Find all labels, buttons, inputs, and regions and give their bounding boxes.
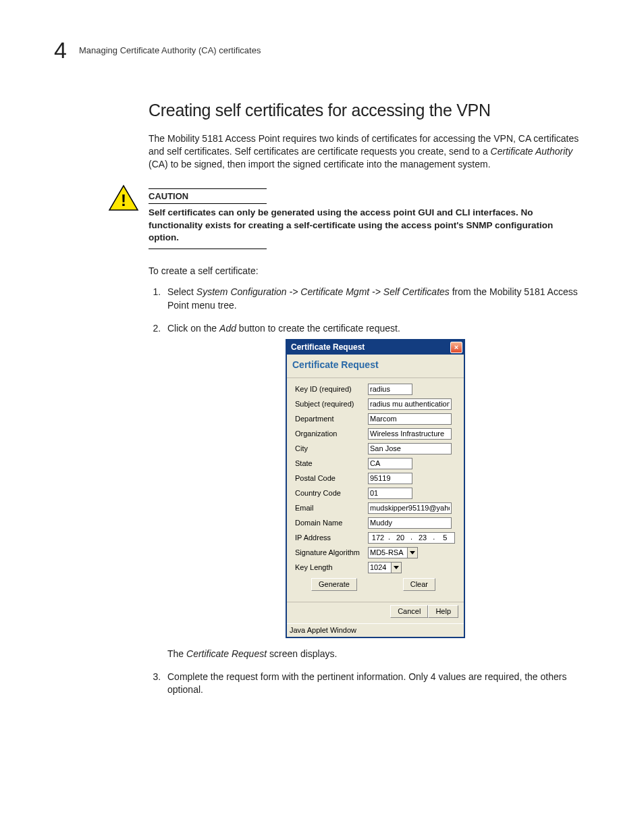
step-1: Select System Configuration -> Certifica…: [163, 286, 583, 312]
dialog-title: Certificate Request: [291, 342, 365, 353]
close-icon: ×: [454, 344, 458, 351]
step3-text: Complete the request form with the perti…: [167, 671, 566, 696]
row-sig: Signature Algorithm: [295, 547, 458, 558]
caption-ital: Certificate Request: [186, 648, 267, 659]
input-sig[interactable]: [368, 547, 407, 558]
row-postal: Postal Code: [295, 473, 458, 484]
row-email: Email: [295, 502, 458, 514]
input-domain[interactable]: [368, 517, 452, 529]
help-button[interactable]: Help: [428, 605, 458, 618]
input-subject[interactable]: [368, 398, 452, 410]
step2-ital: Add: [219, 323, 236, 334]
panel-title: Certificate Request: [287, 355, 464, 378]
page-header: 4 Managing Certificate Authority (CA) ce…: [54, 37, 590, 63]
label-keylen: Key Length: [295, 563, 368, 573]
input-country[interactable]: [368, 488, 412, 499]
warning-icon: !: [108, 184, 139, 214]
step2-caption: The Certificate Request screen displays.: [167, 648, 583, 661]
button-row-2: Cancel Help: [287, 602, 464, 623]
lead-in: To create a self certificate:: [149, 265, 583, 276]
step2-pre: Click on the: [167, 323, 219, 334]
step1-pre: Select: [167, 286, 196, 297]
label-email: Email: [295, 503, 368, 513]
label-state: State: [295, 459, 368, 469]
intro-paragraph: The Mobility 5181 Access Point requires …: [149, 132, 583, 171]
clear-button[interactable]: Clear: [403, 578, 435, 591]
row-key-id: Key ID (required): [295, 384, 458, 395]
input-organization[interactable]: [368, 428, 452, 440]
step1-ital: System Configuration -> Certificate Mgmt…: [196, 286, 450, 297]
label-department: Department: [295, 414, 368, 424]
input-department[interactable]: [368, 413, 452, 425]
statusbar: Java Applet Window: [287, 623, 464, 637]
generate-button[interactable]: Generate: [311, 578, 357, 591]
intro-ital: Certificate Authority: [491, 146, 573, 157]
label-sig: Signature Algorithm: [295, 548, 368, 558]
svg-text:!: !: [121, 191, 126, 209]
label-domain: Domain Name: [295, 518, 368, 528]
chevron-down-icon[interactable]: [407, 547, 418, 558]
section-title: Creating self certificates for accessing…: [149, 101, 583, 120]
page: 4 Managing Certificate Authority (CA) ce…: [0, 0, 644, 834]
steps-list: Select System Configuration -> Certifica…: [149, 286, 583, 697]
chapter-number: 4: [54, 37, 67, 63]
select-keylen[interactable]: [368, 562, 402, 573]
intro-post: (CA) to be signed, then import the signe…: [149, 159, 491, 170]
row-subject: Subject (required): [295, 398, 458, 410]
input-state[interactable]: [368, 458, 412, 469]
row-country: Country Code: [295, 488, 458, 499]
caution-body: CAUTION Self certificates can only be ge…: [149, 188, 583, 250]
row-state: State: [295, 458, 458, 469]
input-city[interactable]: [368, 443, 452, 454]
row-ip: IP Address . . .: [295, 532, 458, 544]
chevron-down-icon[interactable]: [391, 562, 402, 573]
content: Creating self certificates for accessing…: [149, 101, 583, 697]
label-key-id: Key ID (required): [295, 384, 368, 394]
label-postal: Postal Code: [295, 473, 368, 484]
button-row-1: Generate Clear: [295, 577, 458, 595]
cancel-button[interactable]: Cancel: [390, 605, 428, 618]
input-key-id[interactable]: [368, 384, 412, 395]
input-ip-1[interactable]: [369, 533, 387, 543]
label-subject: Subject (required): [295, 399, 368, 409]
running-head: Managing Certificate Authority (CA) cert…: [79, 45, 261, 55]
row-domain: Domain Name: [295, 517, 458, 529]
row-keylen: Key Length: [295, 562, 458, 573]
caution-label: CAUTION: [149, 191, 267, 201]
input-ip-3[interactable]: [413, 533, 432, 543]
label-ip: IP Address: [295, 533, 368, 543]
caution-text: Self certificates can only be generated …: [149, 207, 583, 245]
label-country: Country Code: [295, 488, 368, 498]
caution-block: ! CAUTION Self certificates can only be …: [108, 188, 583, 250]
dialog-titlebar[interactable]: Certificate Request ×: [287, 340, 464, 355]
select-sig[interactable]: [368, 547, 418, 558]
caption-post: screen displays.: [267, 648, 337, 659]
input-postal[interactable]: [368, 473, 412, 484]
step-3: Complete the request form with the perti…: [163, 671, 583, 697]
input-ip[interactable]: . . .: [368, 532, 455, 544]
input-keylen[interactable]: [368, 562, 391, 573]
label-organization: Organization: [295, 429, 368, 439]
caption-pre: The: [167, 648, 186, 659]
input-ip-2[interactable]: [391, 533, 410, 543]
row-city: City: [295, 443, 458, 454]
step-2: Click on the Add button to create the ce…: [163, 322, 583, 661]
close-button[interactable]: ×: [450, 342, 462, 353]
input-email[interactable]: [368, 502, 452, 514]
label-city: City: [295, 444, 368, 454]
divider: [149, 249, 267, 249]
step2-post: button to create the certificate request…: [236, 323, 400, 334]
row-organization: Organization: [295, 428, 458, 440]
certificate-request-dialog: Certificate Request × Certificate Reques…: [286, 339, 465, 638]
input-ip-4[interactable]: [435, 533, 454, 543]
form-area: Key ID (required) Subject (required) Dep…: [287, 378, 464, 600]
row-department: Department: [295, 413, 458, 425]
caution-label-wrap: CAUTION: [149, 188, 267, 204]
